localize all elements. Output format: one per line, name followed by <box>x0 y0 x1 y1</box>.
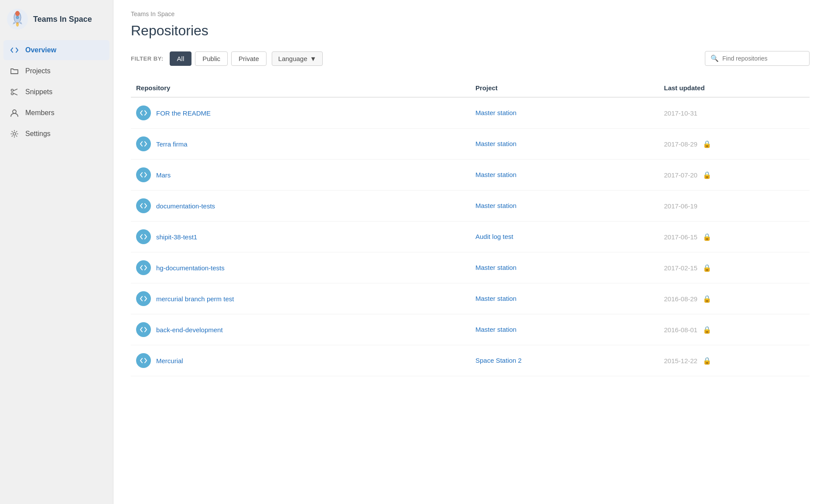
repo-icon <box>136 136 151 151</box>
sidebar-item-projects[interactable]: Projects <box>3 61 109 81</box>
project-link[interactable]: Master station <box>475 295 516 302</box>
lock-icon: 🔒 <box>703 171 711 179</box>
project-cell: Master station <box>470 129 659 160</box>
project-link[interactable]: Master station <box>475 264 516 271</box>
person-icon <box>10 108 19 118</box>
filter-btn-public[interactable]: Public <box>195 51 228 66</box>
date-cell: 2016-08-29 🔒 <box>659 283 810 314</box>
repo-link[interactable]: documentation-tests <box>156 202 215 210</box>
filter-bar: FILTER BY: AllPublicPrivate Language ▼ 🔍 <box>131 51 810 66</box>
sidebar-title: Teams In Space <box>33 15 92 24</box>
lock-icon: 🔒 <box>703 357 711 365</box>
date-cell: 2017-08-29 🔒 <box>659 129 810 160</box>
language-label: Language <box>278 55 308 62</box>
col-header-repository: Repository <box>131 80 470 97</box>
svg-point-2 <box>15 11 20 16</box>
project-cell: Master station <box>470 160 659 191</box>
project-link[interactable]: Audit log test <box>475 233 513 240</box>
search-input[interactable] <box>722 55 804 62</box>
sidebar-nav: Overview Projects Snippets Members Setti… <box>0 40 113 144</box>
table-row: shipit-38-test1 Audit log test 2017-06-1… <box>131 221 810 252</box>
filter-btn-private[interactable]: Private <box>231 51 267 66</box>
date-value: 2017-08-29 <box>664 140 697 148</box>
repo-link[interactable]: shipit-38-test1 <box>156 233 197 241</box>
date-value: 2017-06-15 <box>664 233 697 241</box>
svg-line-10 <box>13 89 17 91</box>
repo-cell: Terra firma <box>131 129 470 160</box>
filter-btn-all[interactable]: All <box>170 51 192 66</box>
svg-point-13 <box>13 133 16 135</box>
date-cell: 2015-12-22 🔒 <box>659 345 810 376</box>
rocket-logo-icon <box>7 9 28 30</box>
table-row: hg-documentation-tests Master station 20… <box>131 252 810 283</box>
table-row: mercurial branch perm test Master statio… <box>131 283 810 314</box>
table-row: Mars Master station 2017-07-20 🔒 <box>131 160 810 191</box>
project-cell: Master station <box>470 283 659 314</box>
project-link[interactable]: Space Station 2 <box>475 357 522 364</box>
sidebar-item-settings[interactable]: Settings <box>3 124 109 144</box>
repo-link[interactable]: FOR the README <box>156 109 211 117</box>
sidebar: Teams In Space Overview Projects Snippet… <box>0 0 113 504</box>
language-dropdown[interactable]: Language ▼ <box>272 51 323 66</box>
repo-link[interactable]: Mercurial <box>156 357 183 364</box>
project-link[interactable]: Master station <box>475 326 516 333</box>
sidebar-item-overview[interactable]: Overview <box>3 40 109 60</box>
project-cell: Audit log test <box>470 221 659 252</box>
search-box: 🔍 <box>705 51 810 66</box>
sidebar-item-label: Settings <box>25 130 51 138</box>
repo-icon <box>136 106 151 120</box>
repo-cell: shipit-38-test1 <box>131 221 470 252</box>
repo-cell: Mercurial <box>131 345 470 376</box>
sidebar-item-label: Overview <box>25 46 56 54</box>
sidebar-item-members[interactable]: Members <box>3 103 109 123</box>
repo-cell: FOR the README <box>131 97 470 129</box>
table-body: FOR the README Master station 2017-10-31… <box>131 97 810 376</box>
project-link[interactable]: Master station <box>475 202 516 209</box>
lock-icon: 🔒 <box>703 264 711 272</box>
table-row: FOR the README Master station 2017-10-31 <box>131 97 810 129</box>
svg-line-11 <box>13 93 17 95</box>
breadcrumb: Teams In Space <box>131 10 810 17</box>
search-icon: 🔍 <box>711 54 719 62</box>
date-cell: 2017-02-15 🔒 <box>659 252 810 283</box>
date-value: 2016-08-29 <box>664 295 697 303</box>
repo-link[interactable]: Mars <box>156 171 171 179</box>
sidebar-item-label: Members <box>25 109 55 117</box>
repo-cell: Mars <box>131 160 470 191</box>
date-value: 2017-06-19 <box>664 202 697 210</box>
project-cell: Master station <box>470 252 659 283</box>
repo-link[interactable]: hg-documentation-tests <box>156 264 225 272</box>
table-row: documentation-tests Master station 2017-… <box>131 191 810 221</box>
table-row: Mercurial Space Station 2 2015-12-22 🔒 <box>131 345 810 376</box>
project-link[interactable]: Master station <box>475 171 516 178</box>
page-title: Repositories <box>131 23 810 39</box>
repo-cell: mercurial branch perm test <box>131 283 470 314</box>
sidebar-item-snippets[interactable]: Snippets <box>3 82 109 102</box>
date-value: 2017-10-31 <box>664 109 697 117</box>
repo-icon <box>136 291 151 306</box>
repo-link[interactable]: mercurial branch perm test <box>156 295 234 303</box>
lock-icon: 🔒 <box>703 233 711 241</box>
lock-icon: 🔒 <box>703 326 711 334</box>
date-value: 2016-08-01 <box>664 326 697 334</box>
sidebar-header: Teams In Space <box>0 0 113 40</box>
date-cell: 2016-08-01 🔒 <box>659 314 810 345</box>
date-cell: 2017-07-20 🔒 <box>659 160 810 191</box>
repo-cell: hg-documentation-tests <box>131 252 470 283</box>
repo-link[interactable]: back-end-development <box>156 326 223 334</box>
gear-icon <box>10 129 19 139</box>
repo-icon <box>136 322 151 337</box>
project-link[interactable]: Master station <box>475 140 516 147</box>
svg-point-9 <box>11 93 14 95</box>
repo-icon <box>136 198 151 213</box>
filter-label: FILTER BY: <box>131 55 164 62</box>
date-value: 2017-02-15 <box>664 264 697 272</box>
sidebar-item-label: Projects <box>25 67 51 75</box>
table-header-row: RepositoryProjectLast updated <box>131 80 810 97</box>
date-cell: 2017-06-19 <box>659 191 810 221</box>
sidebar-item-label: Snippets <box>25 88 52 96</box>
project-cell: Master station <box>470 191 659 221</box>
date-value: 2015-12-22 <box>664 357 697 364</box>
repo-link[interactable]: Terra firma <box>156 140 188 148</box>
project-link[interactable]: Master station <box>475 109 516 116</box>
